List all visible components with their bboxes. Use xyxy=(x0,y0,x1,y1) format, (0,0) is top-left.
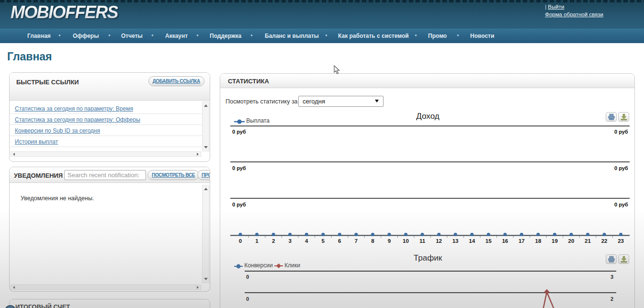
svg-text:23: 23 xyxy=(618,238,624,244)
svg-text:5: 5 xyxy=(322,238,325,244)
svg-text:1: 1 xyxy=(255,238,259,244)
svg-text:19: 19 xyxy=(552,238,558,244)
svg-text:8: 8 xyxy=(371,238,374,244)
svg-text:17: 17 xyxy=(519,238,525,244)
svg-text:6: 6 xyxy=(338,238,341,244)
svg-text:14: 14 xyxy=(469,238,475,244)
svg-text:0: 0 xyxy=(239,238,242,244)
svg-text:15: 15 xyxy=(486,238,492,244)
svg-text:4: 4 xyxy=(305,238,308,244)
svg-text:20: 20 xyxy=(568,238,575,244)
svg-text:7: 7 xyxy=(355,238,358,244)
svg-text:18: 18 xyxy=(535,238,542,244)
svg-text:3: 3 xyxy=(288,238,291,244)
svg-text:2: 2 xyxy=(272,238,275,244)
svg-text:12: 12 xyxy=(436,238,442,244)
svg-text:11: 11 xyxy=(419,238,426,244)
svg-text:10: 10 xyxy=(403,238,409,244)
svg-text:13: 13 xyxy=(452,238,459,244)
svg-text:9: 9 xyxy=(388,238,391,244)
svg-text:22: 22 xyxy=(601,238,608,244)
svg-text:21: 21 xyxy=(585,238,591,244)
svg-text:16: 16 xyxy=(502,238,508,244)
